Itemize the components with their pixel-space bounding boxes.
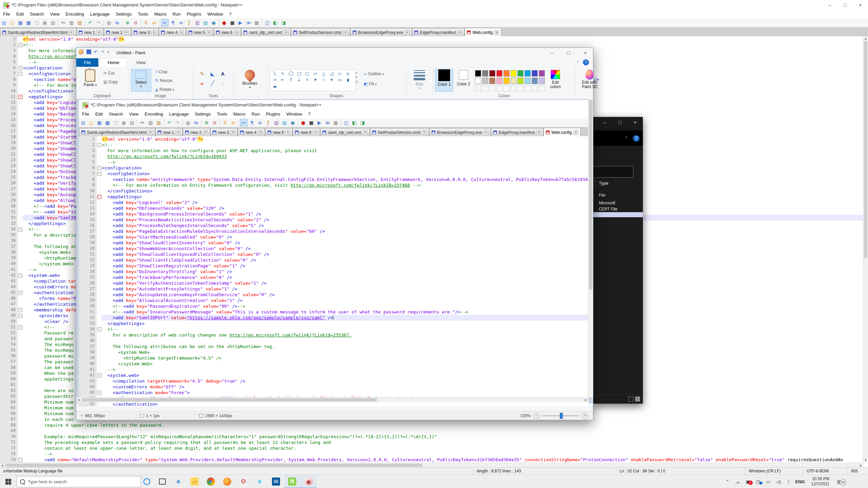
document-tab-setproductversion-cmd[interactable]: SetProductVersion.cmd✕ bbox=[370, 128, 429, 137]
shape-icon-8[interactable]: ◇ bbox=[336, 70, 344, 77]
zoom-in-icon[interactable]: ⊕ bbox=[124, 19, 131, 26]
eraser-icon[interactable]: ▰ bbox=[198, 80, 206, 87]
menu-window[interactable]: Window bbox=[204, 10, 226, 17]
list-view-icon[interactable] bbox=[628, 396, 633, 402]
redo-icon[interactable]: ↷ bbox=[95, 19, 102, 26]
document-tab-new-5[interactable]: new 5✕ bbox=[265, 128, 293, 137]
paint-canvas[interactable]: *C:\Program Files (x86)\Browsium\Browsiu… bbox=[79, 100, 588, 406]
color-swatch[interactable] bbox=[475, 70, 481, 77]
tab-close-icon[interactable]: ✕ bbox=[234, 30, 239, 35]
empty-color-slot[interactable] bbox=[504, 85, 510, 92]
tab-close-icon[interactable]: ✕ bbox=[231, 130, 235, 135]
menu-run[interactable]: Run bbox=[249, 110, 263, 117]
file-type-cell[interactable]: CERT File bbox=[599, 207, 617, 211]
word-wrap-icon[interactable]: ↩ bbox=[240, 119, 248, 126]
new-file-icon[interactable]: ▤ bbox=[0, 19, 8, 26]
document-tab-browsiumedgeproxy-exe[interactable]: BrowsiumEdgeProxy.exe✕ bbox=[350, 28, 412, 37]
tab-close-icon[interactable]: ✕ bbox=[206, 30, 211, 35]
edit-colors-button[interactable]: Editcolors bbox=[547, 69, 564, 91]
ribbon-collapse-icon[interactable]: ⌃ bbox=[625, 136, 628, 141]
fold-collapse-icon[interactable]: − bbox=[18, 273, 22, 278]
zoom-out-icon[interactable]: ⊖ bbox=[211, 119, 218, 126]
sync-vertical-icon[interactable]: ⇅ bbox=[142, 19, 150, 26]
tab-file[interactable]: File bbox=[76, 58, 98, 67]
tab-close-icon[interactable]: ✕ bbox=[179, 30, 184, 35]
function-list-icon[interactable]: ƒ bbox=[264, 119, 272, 126]
print-icon[interactable]: ▤ bbox=[128, 119, 136, 126]
tab-close-icon[interactable]: ✕ bbox=[69, 30, 74, 35]
sync-vertical-icon[interactable]: ⇅ bbox=[221, 119, 229, 126]
fold-collapse-icon[interactable]: − bbox=[18, 72, 22, 76]
undo-icon[interactable]: ↶ bbox=[94, 49, 98, 55]
fold-collapse-icon[interactable]: − bbox=[18, 325, 22, 329]
tab-home[interactable]: Home bbox=[100, 58, 127, 67]
shape-icon-20[interactable]: ☁ bbox=[271, 83, 279, 89]
outline-button[interactable]: ▱ Outline ▾ bbox=[364, 72, 383, 76]
color-swatch[interactable] bbox=[525, 78, 531, 84]
stop-macro-icon[interactable]: ■ bbox=[229, 19, 236, 26]
menu-plugins[interactable]: Plugins bbox=[184, 10, 204, 17]
close-all-icon[interactable]: ▣ bbox=[41, 19, 48, 26]
document-tab-edgeproxy-manifest[interactable]: EdgeProxy.manifest✕ bbox=[412, 28, 465, 37]
start-button[interactable] bbox=[0, 475, 16, 488]
size-button[interactable]: Size▾ bbox=[410, 69, 429, 91]
word-wrap-icon[interactable]: ↩ bbox=[161, 19, 169, 26]
copy-button[interactable]: ▥ Copy bbox=[103, 80, 118, 84]
color-swatch[interactable] bbox=[539, 78, 545, 84]
tab-close-icon[interactable]: ✕ bbox=[148, 130, 153, 135]
shape-icon-5[interactable]: ▱ bbox=[311, 70, 319, 77]
fold-collapse-icon[interactable]: − bbox=[18, 308, 22, 312]
language-indicator[interactable]: ENG bbox=[794, 479, 807, 484]
stop-macro-icon[interactable]: ■ bbox=[308, 119, 315, 126]
editor-area[interactable]: 1<?xml version="1.0" encoding="utf-8"?>2… bbox=[79, 136, 588, 406]
show-all-characters-icon[interactable]: ¶ bbox=[169, 19, 177, 26]
tab-close-icon[interactable]: ✕ bbox=[284, 30, 289, 35]
save-icon[interactable]: ▦ bbox=[96, 119, 103, 126]
menu-tools[interactable]: Tools bbox=[214, 110, 230, 117]
document-tab-new-2[interactable]: new 2✕ bbox=[104, 28, 131, 37]
open-file-icon[interactable]: ◱ bbox=[87, 119, 95, 126]
copy-icon[interactable]: ▥ bbox=[68, 19, 75, 26]
view-doc-list-icon[interactable]: ◫ bbox=[263, 19, 271, 26]
shape-icon-6[interactable]: △ bbox=[319, 70, 328, 77]
paint-maximize-button[interactable]: □ bbox=[561, 48, 576, 57]
crop-button[interactable]: ⌑ Crop bbox=[155, 69, 167, 74]
find-icon[interactable]: ◎ bbox=[184, 119, 192, 126]
shape-icon-19[interactable]: ◖ bbox=[344, 77, 352, 83]
menu-search[interactable]: Search bbox=[106, 110, 126, 117]
menu-encoding[interactable]: Encoding bbox=[142, 110, 166, 117]
notepad-minimize-button[interactable]: – bbox=[822, 0, 837, 9]
replace-icon[interactable]: ⇆ bbox=[192, 119, 200, 126]
tab-close-icon[interactable]: ✕ bbox=[536, 130, 541, 135]
undo-icon[interactable]: ↶ bbox=[165, 119, 173, 126]
fold-collapse-icon[interactable]: − bbox=[97, 172, 101, 176]
selected-row-highlight[interactable] bbox=[593, 212, 643, 217]
doc-monitor-icon[interactable]: ◉ bbox=[210, 19, 217, 26]
fold-collapse-icon[interactable]: − bbox=[97, 143, 101, 147]
tab-close-icon[interactable]: ✕ bbox=[285, 130, 290, 135]
network-icon[interactable]: ⌶ bbox=[784, 479, 794, 484]
rotate-button[interactable]: ◭ Rotate ▾ bbox=[155, 87, 174, 92]
color-swatch[interactable] bbox=[539, 70, 545, 77]
run-macro-multiple-icon[interactable]: ≫ bbox=[324, 119, 331, 126]
zoom-out-button[interactable]: – bbox=[533, 413, 539, 419]
opera-taskbar-button[interactable]: O bbox=[235, 475, 252, 488]
document-tab-new-6[interactable]: new 6✕ bbox=[214, 28, 241, 37]
replace-icon[interactable]: ⇆ bbox=[113, 19, 121, 26]
file-type-cell[interactable]: Microsoft bbox=[599, 201, 615, 205]
empty-color-slot[interactable] bbox=[539, 85, 545, 92]
zoom-in-icon[interactable]: ⊕ bbox=[203, 119, 210, 126]
document-tab-saml-idp-cert-cert[interactable]: saml_idp_cert.cert✕ bbox=[320, 128, 370, 137]
tab-view[interactable]: View bbox=[129, 58, 153, 67]
document-tab-setproductversion-cmd[interactable]: SetProductVersion.cmd✕ bbox=[291, 28, 350, 37]
tab-close-icon[interactable]: ✕ bbox=[405, 30, 410, 35]
pencil-icon[interactable]: ✎ bbox=[198, 70, 206, 78]
cut-button[interactable]: ✂ Cut bbox=[103, 71, 114, 76]
show-all-characters-icon[interactable]: ¶ bbox=[248, 119, 256, 126]
document-tab-browsiumedgeproxy-exe[interactable]: BrowsiumEdgeProxy.exe✕ bbox=[429, 128, 491, 137]
scroll-up-icon[interactable]: ▲ bbox=[863, 36, 868, 41]
doc-map-icon[interactable]: ▥ bbox=[273, 119, 280, 126]
file-type-cell[interactable]: File bbox=[599, 193, 605, 198]
document-tab-new-1[interactable]: new 1✕ bbox=[155, 128, 183, 137]
color-swatch[interactable] bbox=[504, 70, 510, 77]
